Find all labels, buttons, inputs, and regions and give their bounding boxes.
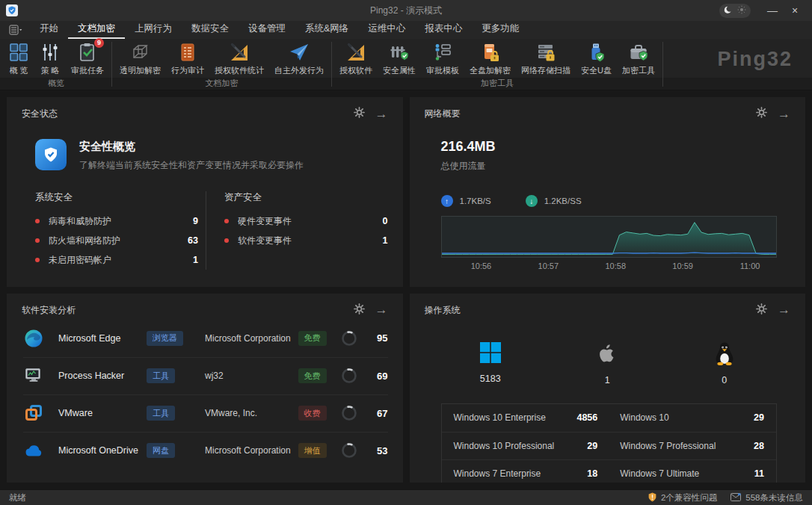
ribbon-item-secure-usb[interactable]: 安全U盘 — [576, 40, 617, 76]
time-tick: 11:00 — [740, 261, 760, 270]
ribbon-item-overview[interactable]: 概 览 — [3, 40, 34, 76]
security-metric-row[interactable]: 硬件变更事件 0 — [224, 211, 388, 231]
title-bar: Ping32 - 演示模式 — × — [0, 0, 812, 21]
security-metric-row[interactable]: 软件变更事件 1 — [224, 231, 388, 250]
os-version-count: 4856 — [556, 412, 597, 423]
software-name: VMware — [58, 408, 147, 418]
price-badge: 增值 — [298, 443, 327, 458]
light-mode-sun-icon[interactable] — [737, 4, 746, 17]
ribbon-item-behavior-audit[interactable]: 行为审计 — [166, 40, 209, 76]
gear-icon[interactable] — [756, 303, 767, 317]
ribbon-item-outgoing-behavior[interactable]: 自主外发行为 — [269, 40, 329, 76]
ribbon-item-network-storage-scan[interactable]: 网络存储扫描 — [516, 40, 576, 76]
security-overview-subtitle: 了解终端当前系统安全性和资产变更情况并采取必要操作 — [79, 159, 304, 172]
security-metric-row[interactable]: 未启用密码帐户 1 — [35, 250, 198, 270]
windows-logo-icon — [479, 341, 502, 367]
dark-mode-moon-icon[interactable] — [724, 4, 733, 17]
theme-toggle[interactable] — [719, 4, 751, 18]
ribbon-separator — [331, 42, 332, 87]
metric-value: 0 — [383, 216, 388, 226]
software-row[interactable]: Microsoft OneDrive 网盘 Microsoft Corporat… — [23, 432, 388, 469]
gear-icon[interactable] — [354, 107, 365, 121]
ribbon-group-label: 文档加密 — [114, 77, 329, 90]
open-panel-arrow-icon[interactable]: → — [375, 109, 388, 120]
alert-dot-icon — [35, 219, 40, 223]
tab-data-security[interactable]: 数据安全 — [182, 22, 239, 39]
upload-arrow-icon: ↑ — [441, 195, 453, 207]
ribbon-item-label: 自主外发行为 — [274, 65, 324, 76]
file-menu-icon[interactable] — [9, 25, 22, 35]
software-row[interactable]: VMware 工具 VMware, Inc. 收费 67 — [23, 394, 388, 432]
alert-dot-icon — [35, 238, 40, 243]
time-tick: 10:56 — [471, 261, 492, 270]
ribbon-item-label: 网络存储扫描 — [521, 65, 570, 76]
software-score: 95 — [363, 332, 388, 344]
gear-icon[interactable] — [354, 303, 365, 317]
tab-start[interactable]: 开始 — [30, 22, 68, 39]
open-panel-arrow-icon[interactable]: → — [375, 305, 388, 315]
software-row[interactable]: Microsoft Edge 浏览器 Microsoft Corporation… — [23, 320, 388, 357]
tab-internet-behavior[interactable]: 上网行为 — [125, 22, 182, 39]
unread-messages[interactable]: 558条未读信息 — [731, 492, 803, 504]
software-row[interactable]: Process Hacker 工具 wj32 免费 69 — [23, 357, 388, 394]
security-metric-row[interactable]: 病毒和威胁防护 9 — [35, 211, 198, 231]
time-tick: 10:59 — [672, 261, 693, 270]
ribbon-group-encryption-tools: 授权软件 安全属性 审批模板 全盘加解密 网络存储扫描 — [334, 39, 660, 90]
ribbon-item-policy[interactable]: 策 略 — [34, 40, 66, 76]
open-panel-arrow-icon[interactable]: → — [778, 109, 790, 120]
section-title: 资产安全 — [224, 191, 388, 204]
linux-tux-icon — [714, 341, 735, 368]
panel-title: 网络概要 — [425, 108, 757, 120]
os-version-count: 18 — [556, 468, 597, 479]
briefcase-shield-icon — [628, 41, 649, 63]
minimize-button[interactable]: — — [761, 0, 784, 21]
tab-ops-center[interactable]: 运维中心 — [358, 22, 415, 39]
ribbon-item-approval-template[interactable]: 审批模板 — [421, 40, 464, 76]
compatibility-issues[interactable]: 2个兼容性问题 — [648, 492, 717, 504]
os-version-count: 11 — [722, 468, 764, 479]
software-score: 53 — [363, 445, 388, 456]
metric-label: 未启用密码帐户 — [49, 254, 193, 267]
dashboard: 安全状态 → 安全性概览 了解终端当前系统安全性和资产变更情况并采取必要操作 系… — [0, 90, 812, 489]
panel-network-overview: 网络概要 → 216.4MB 总使用流量 ↑ 1.7KB/S ↓ 1.2KB/S… — [410, 97, 806, 287]
os-windows-total: 5183 — [432, 341, 550, 385]
usb-shield-icon — [585, 41, 606, 63]
gear-icon[interactable] — [756, 107, 767, 121]
audit-list-icon — [177, 41, 198, 63]
open-panel-arrow-icon[interactable]: → — [778, 305, 790, 315]
overview-grid-icon — [8, 41, 29, 63]
unread-messages-label: 558条未读信息 — [745, 492, 803, 504]
ribbon-item-authorized-software[interactable]: 授权软件 — [334, 40, 378, 76]
metric-value: 1 — [383, 235, 388, 246]
os-count: 5183 — [480, 374, 501, 384]
panel-operating-system: 操作系统 → 5183 1 0 — [410, 294, 806, 483]
tab-document-encryption[interactable]: 文档加密 — [68, 22, 125, 39]
software-name: Microsoft Edge — [58, 333, 147, 344]
ribbon-item-security-attributes[interactable]: 安全属性 — [378, 40, 421, 76]
close-button[interactable]: × — [784, 0, 806, 21]
ribbon-item-fulldisk-encryption[interactable]: 全盘加解密 — [464, 40, 516, 76]
tab-more-features[interactable]: 更多功能 — [472, 22, 529, 39]
tab-device-management[interactable]: 设备管理 — [239, 22, 295, 39]
tab-system-network[interactable]: 系统&网络 — [295, 22, 358, 39]
metric-label: 病毒和威胁防护 — [49, 215, 193, 228]
os-count: 1 — [605, 375, 610, 385]
ribbon-item-label: 行为审计 — [171, 65, 204, 76]
security-metric-row[interactable]: 防火墙和网络防护 63 — [35, 231, 198, 250]
download-value: 1.2KB/SS — [544, 196, 582, 205]
status-bar: 就绪 2个兼容性问题 558条未读信息 — [0, 489, 812, 505]
ribbon-item-approval-tasks[interactable]: 9 审批任务 — [66, 40, 109, 76]
software-vendor: wj32 — [205, 371, 298, 381]
window-title: Ping32 - 演示模式 — [0, 4, 812, 17]
price-badge: 免费 — [298, 331, 327, 346]
apple-logo-icon — [597, 341, 618, 368]
ribbon-group-label: 加密工具 — [334, 77, 660, 90]
ribbon-item-label: 审批模板 — [426, 65, 459, 76]
ribbon-item-encryption-tools[interactable]: 加密工具 — [617, 40, 660, 76]
ribbon-item-label: 审批任务 — [71, 65, 104, 76]
cube-icon — [130, 41, 151, 63]
tab-report-center[interactable]: 报表中心 — [415, 22, 472, 39]
ribbon-item-authorized-software-stats[interactable]: 授权软件统计 — [209, 40, 269, 76]
ribbon-item-transparent-encryption[interactable]: 透明加解密 — [114, 40, 166, 76]
time-tick: 10:58 — [605, 261, 626, 270]
